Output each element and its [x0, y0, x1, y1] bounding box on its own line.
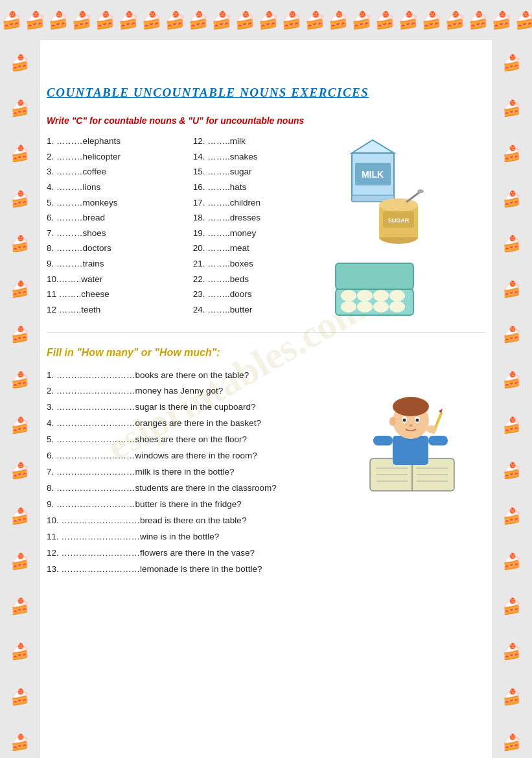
svg-marker-1 [352, 140, 394, 153]
noun-item: 14. ……..snakes [193, 149, 340, 165]
noun-item: 3. ………coffee [47, 164, 193, 180]
section2-title: Fill in "How many" or "How much": [47, 347, 485, 359]
svg-point-38 [403, 418, 406, 421]
svg-point-19 [357, 301, 373, 313]
svg-point-18 [341, 301, 356, 313]
section2: Fill in "How many" or "How much": 1. ………… [47, 347, 485, 578]
noun-item: 8. ………doctors [47, 241, 193, 256]
fill-item: 13. ………………………lemonade is there in the bo… [47, 562, 339, 578]
section1-title: Write "C" for countable nouns & "U" for … [47, 115, 485, 126]
svg-point-7 [379, 198, 418, 211]
svg-point-14 [341, 290, 356, 302]
fill-item: 7. ………………………milk is there in the bottle? [47, 464, 339, 480]
noun-item: 23. ……..doors [193, 287, 340, 302]
svg-rect-31 [393, 436, 428, 465]
noun-item: 1. ………elephants [47, 134, 193, 149]
svg-text:SUGAR: SUGAR [388, 217, 410, 224]
boy-image-area [339, 368, 485, 578]
fill-item: 8. ………………………students are there in the cl… [47, 480, 339, 497]
fill-item: 4. ………………………oranges are there in the bas… [47, 416, 339, 432]
fill-item: 9. ………………………butter is there in the fridg… [47, 497, 339, 513]
section-divider [47, 332, 485, 333]
noun-item: 15. ……..sugar [193, 164, 340, 180]
noun-item: 5. ………monkeys [47, 195, 193, 211]
right-border: 🍰 🍰 🍰 🍰 🍰 🍰 🍰 🍰 🍰 🍰 🍰 🍰 🍰 🍰 🍰 🍰 [492, 40, 532, 758]
fill-item: 12. ………………………flowers are there in the va… [47, 545, 339, 562]
fill-item: 11. ………………………wine is in the bottle? [47, 529, 339, 545]
left-border: 🍰 🍰 🍰 🍰 🍰 🍰 🍰 🍰 🍰 🍰 🍰 🍰 🍰 🍰 🍰 🍰 [0, 40, 40, 758]
noun-item: 6. ………bread [47, 210, 193, 226]
noun-item: 18. ……..dresses [193, 210, 340, 226]
nouns-col1: 1. ………elephants 2. ………helicopter 3. ………c… [47, 134, 193, 318]
noun-item: 7. ………shoes [47, 226, 193, 241]
noun-item: 12. ……..milk [193, 134, 340, 149]
svg-rect-12 [336, 263, 413, 289]
svg-point-39 [416, 418, 419, 421]
fill-item: 6. ………………………windows are there in the roo… [47, 448, 339, 464]
sugar-image: SUGAR [371, 189, 426, 247]
noun-item: 16. ……..hats [193, 180, 340, 195]
svg-point-35 [393, 397, 429, 416]
svg-point-41 [389, 417, 396, 426]
noun-item: 24. ……..butter [193, 302, 340, 318]
svg-line-10 [407, 192, 420, 202]
cake-icon: 🍰 [1, 10, 22, 30]
noun-item: 19. ……..money [193, 226, 340, 241]
boy-reading-image [364, 374, 461, 497]
svg-point-16 [373, 290, 389, 302]
noun-item: 20. ……..meat [193, 241, 340, 256]
top-border: 🍰 🍰 🍰 🍰 🍰 🍰 🍰 🍰 🍰 🍰 🍰 🍰 🍰 🍰 🍰 🍰 🍰 🍰 🍰 🍰 … [0, 0, 532, 40]
fill-items-list: 1. ………………………books are there on the table… [47, 368, 339, 578]
fill-item: 3. ………………………sugar is there in the cupboa… [47, 399, 339, 416]
svg-text:MILK: MILK [362, 169, 384, 180]
svg-rect-33 [428, 436, 448, 445]
noun-item: 22. ……..beds [193, 272, 340, 287]
noun-item: 12 ……..teeth [47, 302, 193, 318]
svg-point-20 [373, 301, 389, 313]
fill-item: 2. ………………………money has Jenny got? [47, 383, 339, 399]
svg-rect-32 [373, 436, 393, 445]
page-title: COUNTABLE UNCOUNTABLE NOUNS EXERCICES [47, 86, 485, 100]
fill-item: 10. ………………………bread is there on the table… [47, 513, 339, 529]
noun-item: 4. ………lions [47, 180, 193, 195]
images-col: MILK SUGAR [339, 134, 485, 318]
noun-item: 2. ………helicopter [47, 149, 193, 165]
section1: Write "C" for countable nouns & "U" for … [47, 115, 485, 318]
noun-item: 10.……..water [47, 272, 193, 287]
svg-point-44 [426, 425, 437, 433]
noun-item: 21. ……..boxes [193, 256, 340, 272]
fill-item: 1. ………………………books are there on the table… [47, 368, 339, 384]
noun-item: 17. ……..children [193, 195, 340, 211]
noun-item: 11 ……..cheese [47, 287, 193, 302]
svg-point-15 [357, 290, 373, 302]
eggs-image [332, 260, 417, 318]
svg-point-40 [409, 424, 413, 427]
noun-item: 9. ………trains [47, 256, 193, 272]
svg-point-11 [417, 189, 424, 193]
svg-point-17 [389, 290, 405, 302]
fill-item: 5. ………………………shoes are there on the floor… [47, 432, 339, 448]
nouns-col2: 12. ……..milk 14. ……..snakes 15. ……..suga… [193, 134, 340, 318]
svg-point-21 [389, 301, 405, 313]
